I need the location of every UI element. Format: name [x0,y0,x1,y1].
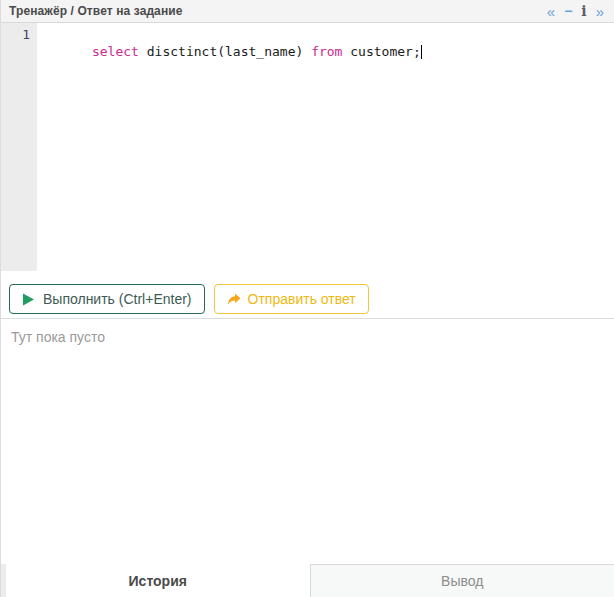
result-placeholder-text: Тут пока пусто [11,329,604,345]
forward-arrow-icon [227,293,240,306]
code-token-keyword: from [311,44,342,59]
minimize-icon[interactable]: − [564,4,572,18]
code-area[interactable]: select disctinct(last_name) from custome… [37,23,614,271]
code-editor[interactable]: 1 select disctinct(last_name) from custo… [1,23,614,271]
play-icon [22,293,35,306]
info-icon[interactable]: i [581,4,586,18]
line-number: 1 [22,27,30,42]
result-pane: Тут пока пусто [1,318,614,564]
collapse-right-icon[interactable]: » [596,4,604,19]
run-button[interactable]: Выполнить (Ctrl+Enter) [9,284,205,314]
run-button-label: Выполнить (Ctrl+Enter) [43,291,192,307]
tab-output-label: Вывод [441,573,483,589]
collapse-left-icon[interactable]: « [547,4,555,19]
page-title: Тренажёр / Ответ на задание [9,4,183,18]
bottom-tabbar: История Вывод [1,564,614,597]
code-token-keyword: select [92,44,139,59]
action-toolbar: Выполнить (Ctrl+Enter) Отправить ответ [1,271,614,318]
submit-answer-button[interactable]: Отправить ответ [214,284,369,314]
tab-history[interactable]: История [6,564,310,597]
code-token-plain: disctinct(last_name) [139,44,311,59]
tab-output[interactable]: Вывод [310,564,614,597]
tab-history-label: История [129,573,187,589]
sql-trainer-panel: Тренажёр / Ответ на задание « − i » 1 se… [0,0,614,597]
code-token-plain: customer; [342,44,420,59]
header-icons: « − i » [547,4,604,19]
header-bar: Тренажёр / Ответ на задание « − i » [1,0,614,23]
text-cursor [421,45,422,59]
editor-gutter: 1 [1,23,37,271]
submit-button-label: Отправить ответ [248,291,356,307]
